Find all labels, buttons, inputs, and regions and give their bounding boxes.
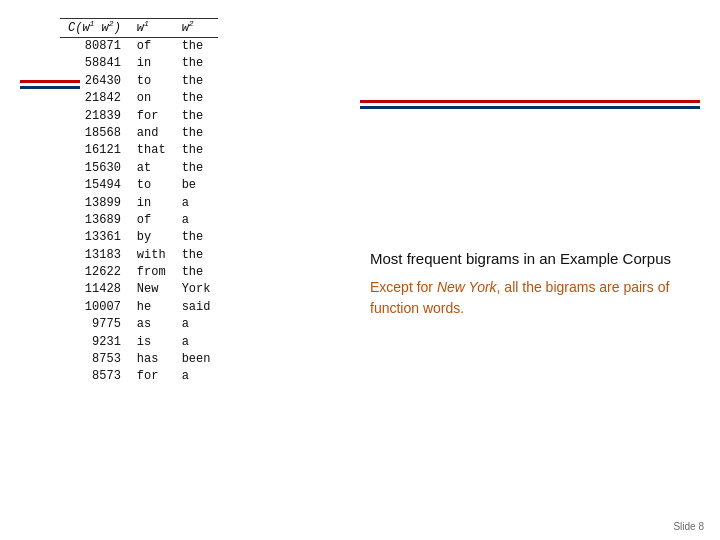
cell-w1: of bbox=[129, 212, 174, 229]
slide-number: Slide 8 bbox=[673, 521, 704, 532]
cell-w1: to bbox=[129, 177, 174, 194]
table-row: 9775asa bbox=[60, 316, 218, 333]
table-row: 21839forthe bbox=[60, 108, 218, 125]
table-row: 9231isa bbox=[60, 334, 218, 351]
cell-w1: to bbox=[129, 73, 174, 90]
cell-count: 16121 bbox=[60, 142, 129, 159]
cell-count: 58841 bbox=[60, 55, 129, 72]
deco-lines-right bbox=[360, 100, 700, 109]
cell-w1: and bbox=[129, 125, 174, 142]
cell-count: 80871 bbox=[60, 38, 129, 56]
deco-red-line-right bbox=[360, 100, 700, 103]
cell-w2: be bbox=[174, 177, 219, 194]
cell-w2: the bbox=[174, 229, 219, 246]
cell-w2: a bbox=[174, 212, 219, 229]
table-row: 15494tobe bbox=[60, 177, 218, 194]
cell-count: 8753 bbox=[60, 351, 129, 368]
cell-w1: that bbox=[129, 142, 174, 159]
cell-count: 21839 bbox=[60, 108, 129, 125]
table-row: 58841inthe bbox=[60, 55, 218, 72]
cell-w2: the bbox=[174, 90, 219, 107]
cell-w1: has bbox=[129, 351, 174, 368]
table-row: 11428NewYork bbox=[60, 281, 218, 298]
cell-w2: a bbox=[174, 334, 219, 351]
cell-w2: the bbox=[174, 73, 219, 90]
cell-count: 13689 bbox=[60, 212, 129, 229]
table-row: 80871ofthe bbox=[60, 38, 218, 56]
cell-count: 15494 bbox=[60, 177, 129, 194]
table-row: 13689ofa bbox=[60, 212, 218, 229]
cell-count: 11428 bbox=[60, 281, 129, 298]
cell-w1: is bbox=[129, 334, 174, 351]
cell-w2: a bbox=[174, 316, 219, 333]
cell-w1: in bbox=[129, 55, 174, 72]
table-header-w1: w1 bbox=[129, 19, 174, 38]
cell-w2: the bbox=[174, 125, 219, 142]
cell-count: 10007 bbox=[60, 299, 129, 316]
cell-w1: by bbox=[129, 229, 174, 246]
table-row: 16121thatthe bbox=[60, 142, 218, 159]
cell-count: 8573 bbox=[60, 368, 129, 385]
cell-count: 15630 bbox=[60, 160, 129, 177]
cell-count: 18568 bbox=[60, 125, 129, 142]
table-row: 13183withthe bbox=[60, 247, 218, 264]
cell-w1: he bbox=[129, 299, 174, 316]
cell-w1: at bbox=[129, 160, 174, 177]
cell-w2: a bbox=[174, 368, 219, 385]
table-row: 18568andthe bbox=[60, 125, 218, 142]
cell-count: 26430 bbox=[60, 73, 129, 90]
bigram-table: C(w1 w2) w1 w2 80871ofthe58841inthe26430… bbox=[60, 18, 218, 386]
cell-w1: as bbox=[129, 316, 174, 333]
cell-count: 9775 bbox=[60, 316, 129, 333]
cell-w2: the bbox=[174, 55, 219, 72]
cell-w2: York bbox=[174, 281, 219, 298]
cell-w1: from bbox=[129, 264, 174, 281]
cell-w2: the bbox=[174, 160, 219, 177]
cell-w2: a bbox=[174, 195, 219, 212]
table-row: 26430tothe bbox=[60, 73, 218, 90]
table-row: 8753hasbeen bbox=[60, 351, 218, 368]
table-header-w2: w2 bbox=[174, 19, 219, 38]
table-header-count: C(w1 w2) bbox=[60, 19, 129, 38]
cell-w1: with bbox=[129, 247, 174, 264]
table-row: 12622fromthe bbox=[60, 264, 218, 281]
cell-w2: the bbox=[174, 108, 219, 125]
slide-container: C(w1 w2) w1 w2 80871ofthe58841inthe26430… bbox=[0, 0, 720, 540]
info-italic-text: New York bbox=[437, 279, 497, 295]
info-title: Most frequent bigrams in an Example Corp… bbox=[370, 250, 700, 267]
info-body: Except for New York, all the bigrams are… bbox=[370, 277, 700, 319]
cell-w1: for bbox=[129, 368, 174, 385]
cell-count: 21842 bbox=[60, 90, 129, 107]
cell-w2: said bbox=[174, 299, 219, 316]
cell-count: 9231 bbox=[60, 334, 129, 351]
table-row: 21842onthe bbox=[60, 90, 218, 107]
info-body-text-before: Except for bbox=[370, 279, 437, 295]
info-box: Most frequent bigrams in an Example Corp… bbox=[370, 250, 700, 319]
cell-count: 13361 bbox=[60, 229, 129, 246]
table-row: 13899ina bbox=[60, 195, 218, 212]
cell-count: 13183 bbox=[60, 247, 129, 264]
cell-w2: the bbox=[174, 142, 219, 159]
table-row: 8573fora bbox=[60, 368, 218, 385]
cell-count: 12622 bbox=[60, 264, 129, 281]
cell-w1: in bbox=[129, 195, 174, 212]
cell-w2: the bbox=[174, 38, 219, 56]
deco-blue-line-right bbox=[360, 106, 700, 109]
cell-w1: of bbox=[129, 38, 174, 56]
cell-w1: on bbox=[129, 90, 174, 107]
bigram-table-section: C(w1 w2) w1 w2 80871ofthe58841inthe26430… bbox=[60, 18, 320, 386]
cell-w1: for bbox=[129, 108, 174, 125]
cell-w2: the bbox=[174, 247, 219, 264]
cell-w1: New bbox=[129, 281, 174, 298]
cell-w2: been bbox=[174, 351, 219, 368]
cell-count: 13899 bbox=[60, 195, 129, 212]
cell-w2: the bbox=[174, 264, 219, 281]
table-row: 15630atthe bbox=[60, 160, 218, 177]
table-row: 13361bythe bbox=[60, 229, 218, 246]
table-row: 10007hesaid bbox=[60, 299, 218, 316]
